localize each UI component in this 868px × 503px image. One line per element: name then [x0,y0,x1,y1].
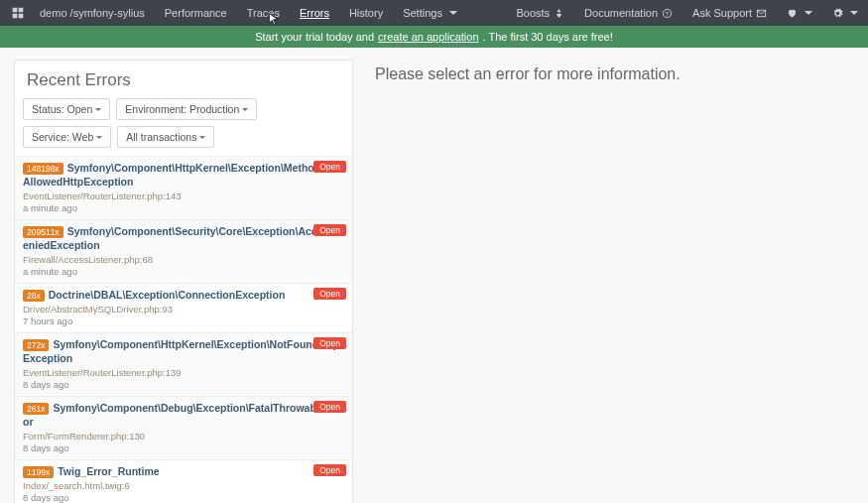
error-row[interactable]: 1199xTwig_Error_RuntimeOpenIndex/_search… [15,459,352,503]
chevron-down-icon [239,103,248,115]
error-row[interactable]: 261xSymfony\Component\Debug\Exception\Fa… [15,396,352,459]
banner-post: . The first 30 days are free! [483,31,613,43]
error-row[interactable]: 28xDoctrine\DBAL\Exception\ConnectionExc… [15,283,352,332]
panel-title: Recent Errors [15,61,352,94]
banner-link[interactable]: create an application [378,31,479,43]
error-source: EventListener/RouterListener.php:143 [23,190,344,201]
mail-icon [756,8,767,19]
error-count-badge: 1199x [23,466,54,478]
heart-icon [787,8,798,19]
nav-settings[interactable]: Settings [403,7,457,19]
detail-placeholder: Please select an error for more informat… [375,65,850,83]
filter-transactions[interactable]: All transactions [117,126,214,148]
error-title: Symfony\Component\Security\Core\Exceptio… [23,225,342,251]
error-source: Index/_search.html.twig:6 [23,480,344,491]
error-count-badge: 261x [23,403,49,415]
nav-performance[interactable]: Performance [165,7,227,19]
error-list: 148198xSymfony\Component\HttpKernel\Exce… [15,156,352,503]
nav-boosts[interactable]: Boosts [516,7,564,19]
error-row[interactable]: 209511xSymfony\Component\Security\Core\E… [15,219,352,283]
error-source: Driver/AbstractMySQLDriver.php:93 [23,304,344,314]
error-source: EventListener/RouterListener.php:139 [23,367,344,378]
error-time: 8 days ago [23,379,344,390]
rocket-icon [554,8,564,19]
error-time: 8 days ago [23,492,344,503]
detail-pane: Please select an error for more informat… [371,60,854,503]
error-count-badge: 28x [23,290,45,302]
nav-docs-label: Documentation [584,7,658,19]
brand-logo[interactable] [10,5,26,21]
error-title: Symfony\Component\HttpKernel\Exception\N… [23,338,339,364]
breadcrumb[interactable]: demo /symfony-sylius [40,7,145,19]
settings-gear-dropdown[interactable] [832,8,858,19]
nav-history[interactable]: History [349,7,383,19]
nav-support[interactable]: Ask Support [692,7,767,19]
filter-tx-label: All transactions [126,131,196,143]
filter-status[interactable]: Status: Open [23,98,110,120]
error-status-badge[interactable]: Open [313,337,346,349]
filter-environment[interactable]: Environment: Production [116,98,257,120]
chevron-down-icon [196,131,205,143]
error-count-badge: 272x [23,339,49,351]
error-status-badge[interactable]: Open [313,288,346,300]
error-title: Doctrine\DBAL\Exception\ConnectionExcept… [49,289,286,301]
top-nav: demo /symfony-sylius Performance Traces … [0,0,868,26]
nav-errors[interactable]: Errors [300,7,329,19]
chevron-down-icon [93,131,102,143]
error-source: Firewall/AccessListener.php:68 [23,254,344,265]
error-row[interactable]: 148198xSymfony\Component\HttpKernel\Exce… [15,156,352,219]
filter-status-label: Status: Open [32,103,92,115]
error-title: Symfony\Component\HttpKernel\Exception\M… [23,162,338,188]
banner-pre: Start your trial today and [255,31,374,43]
recent-errors-panel: Recent Errors Status: Open Environment: … [14,60,353,503]
error-time: a minute ago [23,266,344,277]
error-count-badge: 148198x [23,163,63,175]
error-status-badge[interactable]: Open [313,401,346,413]
error-title: Symfony\Component\Debug\Exception\FatalT… [23,402,340,428]
filters-row: Status: Open Environment: Production Ser… [15,94,352,156]
gear-icon [832,8,843,19]
error-time: a minute ago [23,202,344,213]
svg-text:?: ? [666,10,670,16]
nav-support-label: Ask Support [692,7,752,19]
error-time: 7 hours ago [23,315,344,326]
error-source: Form/FormRenderer.php:130 [23,431,344,441]
error-status-badge[interactable]: Open [313,161,346,173]
error-title: Twig_Error_Runtime [58,465,160,477]
filter-env-label: Environment: Production [125,103,239,115]
chevron-down-icon [92,103,101,115]
nav-boosts-label: Boosts [516,7,550,19]
trial-banner: Start your trial today and create an app… [0,26,868,48]
nav-documentation[interactable]: Documentation ? [584,7,673,19]
feedback-dropdown[interactable] [787,8,812,19]
nav-traces[interactable]: Traces [247,7,280,19]
error-time: 8 days ago [23,442,344,453]
error-status-badge[interactable]: Open [313,464,346,476]
help-icon: ? [662,8,673,19]
filter-service[interactable]: Service: Web [23,126,111,148]
filter-service-label: Service: Web [32,131,93,143]
error-count-badge: 209511x [23,226,63,238]
error-row[interactable]: 272xSymfony\Component\HttpKernel\Excepti… [15,332,352,396]
error-status-badge[interactable]: Open [313,224,346,236]
